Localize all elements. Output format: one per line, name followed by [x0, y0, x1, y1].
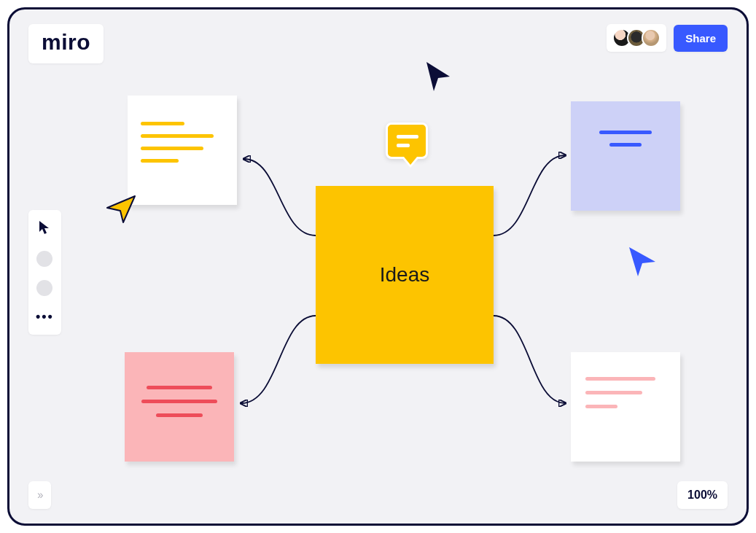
board-frame: miro Share ••• ›› 100% — [7, 7, 749, 526]
sticky-note-bottom-right[interactable] — [571, 352, 680, 462]
comment-icon[interactable] — [386, 122, 428, 159]
note-content-lines — [571, 131, 680, 147]
sticky-note-center[interactable]: Ideas — [316, 186, 494, 364]
collaborator-cursor-blue-icon — [626, 246, 657, 281]
sticky-note-top-right[interactable] — [571, 101, 680, 211]
note-content-lines — [585, 377, 655, 408]
sticky-note-bottom-left[interactable] — [125, 352, 234, 462]
collaborator-cursor-yellow-icon — [103, 193, 136, 227]
sticky-note-text: Ideas — [380, 263, 430, 287]
board-canvas[interactable]: Ideas — [9, 9, 747, 524]
note-content-lines — [141, 122, 214, 163]
collaborator-cursor-dark-icon — [424, 61, 453, 96]
note-content-lines — [125, 386, 234, 417]
sticky-note-top-left[interactable] — [128, 96, 237, 205]
